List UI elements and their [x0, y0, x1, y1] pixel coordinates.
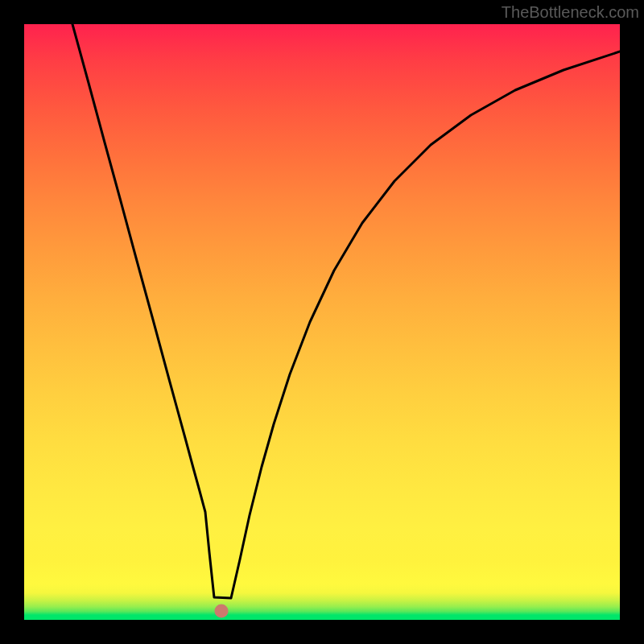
watermark-text: TheBottleneck.com [502, 3, 639, 22]
minimum-point-marker [215, 605, 229, 618]
bottleneck-curve [72, 24, 620, 598]
curve-svg [24, 24, 620, 620]
plot-area [24, 24, 620, 620]
